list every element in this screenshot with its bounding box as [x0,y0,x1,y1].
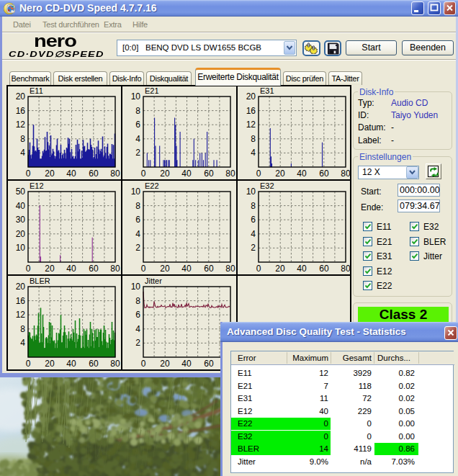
svg-text:16: 16 [16,106,26,116]
svg-text:20: 20 [45,359,55,369]
svg-text:0: 0 [141,264,146,274]
svg-text:40: 40 [66,264,76,274]
svg-text:80: 80 [225,169,235,179]
svg-text:12: 12 [16,120,26,130]
svg-text:50: 50 [16,187,26,197]
svg-text:0: 0 [141,359,146,369]
svg-text:40: 40 [297,169,307,179]
svg-text:8: 8 [135,201,140,211]
svg-text:40: 40 [66,169,76,179]
svg-text:4: 4 [251,148,256,158]
svg-text:60: 60 [204,169,214,179]
svg-text:10: 10 [131,187,141,197]
svg-text:8: 8 [135,106,140,116]
svg-text:0: 0 [26,359,31,369]
svg-text:4: 4 [20,148,25,158]
svg-text:12: 12 [16,310,26,320]
svg-text:20: 20 [16,91,26,102]
svg-text:8: 8 [251,201,256,211]
svg-text:60: 60 [204,264,214,274]
svg-text:20: 20 [275,169,285,179]
svg-text:E32: E32 [260,181,274,190]
svg-text:20: 20 [45,169,55,179]
svg-text:0: 0 [26,264,31,274]
svg-text:40: 40 [66,359,76,369]
svg-text:E22: E22 [145,181,159,190]
svg-text:20: 20 [246,91,256,102]
svg-text:80: 80 [110,359,120,369]
svg-text:10: 10 [246,187,256,197]
svg-text:40: 40 [297,264,307,274]
svg-text:2: 2 [135,338,140,348]
svg-text:60: 60 [89,169,99,179]
svg-text:8: 8 [20,134,25,144]
svg-text:4: 4 [20,338,25,348]
svg-text:40: 40 [181,264,192,274]
svg-text:30: 30 [16,215,26,225]
svg-text:6: 6 [251,215,256,225]
svg-text:40: 40 [16,201,26,211]
svg-text:8: 8 [251,134,256,144]
svg-text:BLER: BLER [30,277,50,285]
svg-text:40: 40 [181,359,192,369]
svg-text:80: 80 [341,264,351,274]
svg-text:4: 4 [135,324,140,334]
svg-text:12: 12 [246,120,256,130]
svg-text:40: 40 [181,169,192,179]
svg-text:60: 60 [204,359,214,369]
svg-text:60: 60 [319,264,329,274]
svg-text:E12: E12 [30,181,44,190]
svg-text:20: 20 [160,264,170,274]
svg-text:80: 80 [225,264,235,274]
svg-text:60: 60 [89,264,99,274]
svg-text:0: 0 [141,169,146,179]
svg-text:0: 0 [256,264,261,274]
svg-text:6: 6 [135,310,140,320]
svg-text:20: 20 [275,264,285,274]
svg-text:16: 16 [246,106,256,116]
svg-text:8: 8 [135,296,140,306]
svg-text:80: 80 [110,169,120,179]
svg-text:10: 10 [131,282,141,292]
svg-text:20: 20 [160,169,170,179]
svg-text:16: 16 [16,296,26,306]
svg-text:10: 10 [16,243,26,253]
svg-text:2: 2 [135,243,140,253]
svg-text:0: 0 [256,169,261,179]
svg-text:0: 0 [26,169,31,179]
svg-text:80: 80 [110,264,120,274]
svg-text:Jitter: Jitter [145,277,162,285]
svg-text:2: 2 [251,243,256,253]
svg-text:60: 60 [319,169,329,179]
svg-text:2: 2 [135,148,140,158]
svg-text:20: 20 [160,359,170,369]
svg-text:6: 6 [135,215,140,225]
svg-text:20: 20 [16,229,26,239]
svg-text:60: 60 [89,359,99,369]
svg-text:E21: E21 [145,86,159,95]
svg-text:E31: E31 [260,86,274,95]
svg-text:8: 8 [20,324,25,334]
svg-text:80: 80 [341,169,351,179]
svg-text:6: 6 [135,120,140,130]
svg-text:10: 10 [131,91,141,102]
svg-text:20: 20 [16,282,26,292]
svg-text:4: 4 [135,229,140,239]
svg-text:4: 4 [135,134,140,144]
svg-text:E11: E11 [30,86,43,95]
svg-text:4: 4 [251,229,256,239]
svg-text:20: 20 [45,264,55,274]
